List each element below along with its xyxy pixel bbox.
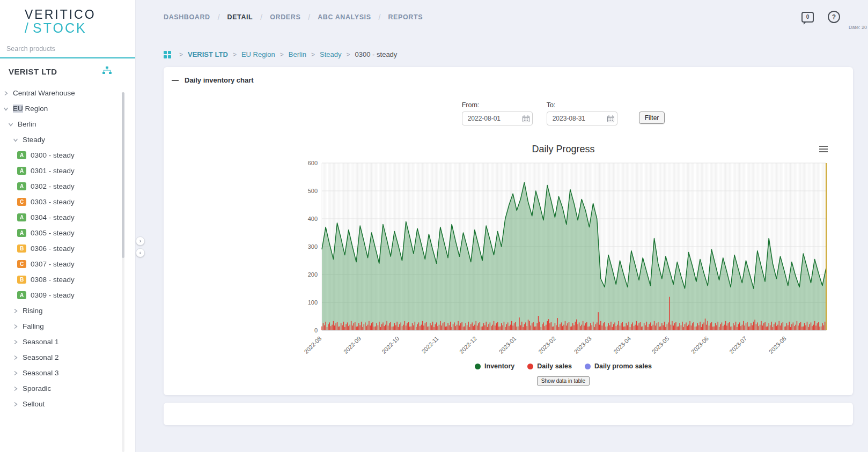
abc-badge-a: A [17,229,26,237]
sidebar-expand-button[interactable]: › [136,236,145,246]
chevron-down-icon[interactable] [13,137,18,143]
tree-item-0308-steady[interactable]: B0308 - steady [0,272,135,287]
nav-separator: / [218,13,220,21]
tree-item-0306-steady[interactable]: B0306 - steady [0,241,135,256]
legend-item-daily-sales[interactable]: Daily sales [527,362,572,370]
legend-item-inventory[interactable]: Inventory [475,362,514,370]
nav-detail[interactable]: DETAIL [227,13,253,21]
svg-text:2023-03: 2023-03 [573,335,593,355]
tree-item-seasonal-2[interactable]: Seasonal 2 [0,350,135,365]
chevron-right-icon[interactable] [13,339,18,345]
grid-icon[interactable] [164,51,171,58]
tree-item-0301-steady[interactable]: A0301 - steady [0,163,135,179]
breadcrumb-separator: > [233,51,237,58]
tree-item-0300-steady[interactable]: A0300 - steady [0,147,135,163]
tree-item-0309-steady[interactable]: A0309 - steady [0,287,135,303]
tree-item-sporadic[interactable]: Sporadic [0,381,135,396]
svg-text:2022-08: 2022-08 [303,335,322,355]
nav-separator: / [379,13,381,21]
app-root: VERITICO /STOCK VERIST LTD Central Wareh… [0,0,868,425]
chevron-right-icon[interactable] [13,355,18,360]
card-header: Daily inventory chart [164,67,853,87]
show-table-button[interactable]: Show data in table [537,376,590,386]
product-tree: Central WarehouseEU RegionBerlinSteadyA0… [0,85,135,412]
svg-text:300: 300 [308,243,318,250]
abc-badge-b: B [17,276,26,284]
tree-item-0303-steady[interactable]: C0303 - steady [0,194,135,210]
breadcrumb-link-verist-ltd[interactable]: VERIST LTD [188,50,228,58]
tree-item-label: Seasonal 2 [23,353,59,361]
chevron-right-icon[interactable] [13,371,18,376]
chevron-right-icon[interactable] [13,308,18,314]
breadcrumb-link-steady[interactable]: Steady [320,50,341,58]
breadcrumb-separator: > [347,51,350,58]
tree-item-seasonal-3[interactable]: Seasonal 3 [0,365,135,381]
tree-item-steady[interactable]: Steady [0,132,135,147]
chart-widget: From: To: [298,101,829,395]
chevron-right-icon[interactable] [13,324,18,329]
nav-dashboard[interactable]: DASHBOARD [164,13,210,21]
tree-item-seasonal-1[interactable]: Seasonal 1 [0,334,135,350]
search-input[interactable] [0,40,135,57]
abc-badge-b: B [17,244,26,253]
breadcrumb-link-berlin[interactable]: Berlin [289,50,306,58]
tree-item-falling[interactable]: Falling [0,318,135,334]
tree-item-sellout[interactable]: Sellout [0,396,135,412]
chevron-right-icon[interactable] [13,402,18,407]
tree-item-berlin[interactable]: Berlin [0,116,135,132]
tree-item-label: 0307 - steady [31,260,75,268]
svg-text:0: 0 [314,327,318,334]
app-logo: VERITICO /STOCK [0,0,135,40]
legend-label: Daily promo sales [594,362,652,370]
chevron-down-icon[interactable] [3,106,9,112]
chevron-down-icon[interactable] [8,122,13,127]
sidebar-scrollbar-thumb[interactable] [122,92,124,258]
daily-progress-chart[interactable]: 01002003004005006002022-082022-092022-10… [298,160,829,362]
calendar-icon[interactable] [523,115,529,124]
help-icon[interactable]: ? [828,11,840,23]
nav-reports[interactable]: REPORTS [388,13,423,21]
breadcrumb: >VERIST LTD>EU Region>Berlin>Steady>0300… [164,50,853,58]
chevron-right-icon[interactable] [3,91,9,96]
legend-label: Inventory [484,362,514,370]
chart-menu-icon[interactable] [819,146,828,154]
tree-item-0305-steady[interactable]: A0305 - steady [0,225,135,241]
sidebar-collapse-button[interactable]: ‹ [136,248,145,257]
svg-text:2022-11: 2022-11 [420,335,439,354]
logo-slash: / [25,20,30,35]
main-area: DASHBOARD/DETAIL/ORDERS/ABC ANALYSIS/REP… [135,0,868,425]
tree-item-label: Seasonal 1 [23,338,59,346]
svg-text:2022-12: 2022-12 [458,335,478,355]
tree-item-central-warehouse[interactable]: Central Warehouse [0,85,135,101]
chart-legend: InventoryDaily salesDaily promo sales [298,362,829,370]
tree-item-label: 0309 - steady [31,291,75,299]
from-group: From: [462,101,533,125]
tree-item-eu-region[interactable]: EU Region [0,101,135,116]
tree-item-0304-steady[interactable]: A0304 - steady [0,210,135,225]
legend-item-daily-promo-sales[interactable]: Daily promo sales [585,362,652,370]
tree-item-0302-steady[interactable]: A0302 - steady [0,179,135,194]
abc-badge-a: A [17,291,26,299]
logo-stock-text: STOCK [33,20,87,35]
logo-stock: /STOCK [25,20,135,36]
svg-text:500: 500 [308,188,318,194]
nav-orders[interactable]: ORDERS [270,13,300,21]
tree-item-0307-steady[interactable]: C0307 - steady [0,256,135,272]
card-title: Daily inventory chart [185,76,254,84]
collapse-icon[interactable] [171,76,179,84]
company-row: VERIST LTD [0,58,135,81]
company-name: VERIST LTD [9,67,57,76]
calendar-icon[interactable] [607,115,614,124]
chevron-right-icon[interactable] [13,386,18,391]
filter-button[interactable]: Filter [639,112,665,124]
nav-abc-analysis[interactable]: ABC ANALYSIS [318,13,371,21]
tree-item-label: 0303 - steady [31,198,75,206]
chat-icon[interactable]: 0 [801,12,814,23]
tree-item-rising[interactable]: Rising [0,303,135,318]
sidebar-expander: › ‹ [136,236,145,257]
org-tree-icon[interactable] [102,66,112,77]
breadcrumb-link-eu-region[interactable]: EU Region [241,50,275,58]
sidebar-scrollbar[interactable] [122,92,124,452]
next-card-partial [164,403,853,425]
svg-text:2023-04: 2023-04 [612,335,632,355]
